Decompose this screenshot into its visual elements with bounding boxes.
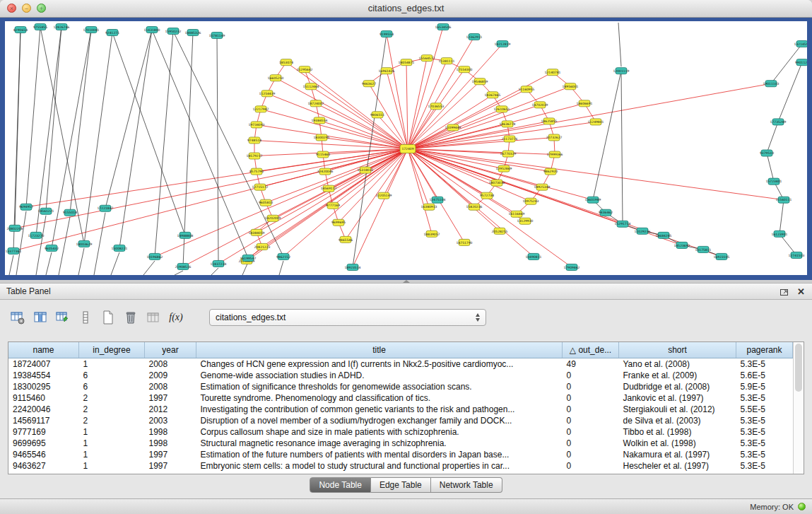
new-document-icon[interactable] [100,310,116,325]
graph-node-label: 17221847 [98,206,114,210]
graph-edge [36,27,61,235]
graph-node-label: 14561221 [38,209,54,213]
graph-edge [94,213,105,275]
graph-edge [621,71,623,224]
graph-node-label: 18003629 [76,243,93,246]
table-row[interactable]: 946554611997Estimation of the future num… [8,449,793,460]
graph-edge [152,30,248,258]
graph-node-label: 10975243 [523,199,539,203]
table-tabs: Node TableEdge TableNetwork Table [0,477,812,493]
function-builder-icon[interactable]: f(x) [168,310,184,325]
graph-node-label: 15112464 [303,85,319,88]
graph-node-label: 17909462 [564,266,580,269]
graph-node-label: 9862152 [276,255,290,259]
float-panel-icon[interactable] [779,287,789,296]
graph-node-label: 9605432 [45,247,59,250]
graph-edge [279,261,283,275]
column-icon[interactable] [78,310,93,325]
graph-edge [111,252,119,275]
dropdown-stepper-icon [476,313,480,322]
table-settings-icon[interactable] [10,310,25,325]
graph-node-label: 16380913 [421,205,437,209]
graph-node-label: 16534506 [435,25,452,29]
graph-node-label: 8575790 [249,170,264,173]
graph-edge [155,31,173,257]
graph-node-label: 18073030 [489,181,505,185]
graph-node-label: 18839057 [424,233,440,236]
graph-node-label: 18054871 [399,61,415,64]
table-row[interactable]: 946362711997Embryonic stem cells: a mode… [8,460,793,472]
column-header-short[interactable]: short [619,342,736,358]
graph-node-label: 9777169 [326,204,340,207]
graph-node-label: 19384554 [312,119,328,122]
column-header-name[interactable]: name [8,342,79,358]
graph-edge [286,62,408,148]
graph-node-label: 18579217 [247,154,263,158]
function-builder-label: f(x) [169,312,182,323]
table-row[interactable]: 1938455462009Genome-wide association stu… [8,370,793,381]
column-header-out-de[interactable]: △ out_de... [563,342,619,358]
graph-node-label: 17999366 [547,153,563,156]
scrollbar-thumb[interactable] [795,344,802,392]
graph-node-label: 9465546 [339,238,353,242]
graph-node-label: 9572738 [480,194,494,197]
graph-edge [105,30,152,209]
graph-node-label: 12001119 [613,69,630,73]
delete-icon[interactable] [123,310,139,325]
close-panel-icon[interactable]: ✕ [797,286,805,297]
graph-edge [78,248,84,275]
graph-node-label: 22420046 [317,170,334,173]
network-window-titlebar[interactable]: × − + citations_edges.txt [0,0,812,18]
column-header-title[interactable]: title [196,342,563,358]
graph-edge [618,23,621,66]
select-columns-icon[interactable] [33,310,48,325]
merge-table-icon[interactable] [146,310,161,325]
tab-edge-table[interactable]: Edge Table [371,477,431,493]
table-row[interactable]: 1830029562008Estimation of significance … [8,381,793,392]
graph-edge [408,149,429,207]
table-selector-dropdown[interactable]: citations_edges.txt [209,309,486,326]
window-title: citations_edges.txt [0,0,812,17]
graph-node-label: 9436462 [599,211,613,214]
graph-edge [339,149,408,223]
graph-node-label: 11837234 [211,262,227,266]
graph-node-label: 15723401 [766,180,782,183]
table-row[interactable]: 977716911998Corpus callosum shape and si… [8,426,793,438]
graph-node-label: 15564577 [419,57,435,60]
column-header-in-degree[interactable]: in_degree [79,342,145,358]
graph-node-label: 22205149 [376,194,392,197]
table-header-row: namein_degreeyeartitle△ out_de...shortpa… [8,342,793,358]
table-row[interactable]: 1872400712008Changes of HCN gene express… [8,358,793,370]
graph-edge [408,27,443,148]
tab-network-table[interactable]: Network Table [431,477,502,493]
graph-node-label: 1853074 [279,61,293,64]
graph-edge [408,149,437,200]
graph-node-label: 15820236 [466,205,483,209]
graph-node-label: 12140781 [545,71,561,74]
table-row[interactable]: 2242004622012Investigating the contribut… [8,404,793,415]
graph-node-label: 17554300 [457,68,473,71]
column-header-pagerank[interactable]: pagerank [736,342,793,358]
network-graph-canvas[interactable]: 1724091853074166052501125443912217987197… [5,21,807,275]
graph-node-label: 11249801 [588,120,604,124]
graph-edge [408,81,480,148]
graph-node-label: 16961426 [379,69,395,73]
tab-node-table[interactable]: Node Table [310,477,371,493]
graph-edge [333,149,408,206]
graph-edge [112,33,185,235]
graph-node-label: 18485326 [185,31,201,35]
graph-node-label: 9806551 [370,113,384,117]
column-header-year[interactable]: year [145,342,196,358]
table-row[interactable]: 911546021997Tourette syndrome. Phenomeno… [8,392,793,404]
status-bar: Memory: OK [0,498,812,514]
table-scrollbar[interactable] [793,342,804,474]
table-row[interactable]: 969969511998Structural magnetic resonanc… [8,438,793,449]
graph-node-label: 21908516 [175,265,192,269]
graph-edge [779,200,784,234]
graph-node-label: 14606691 [577,102,593,105]
graph-edge [13,30,20,251]
graph-edge [408,149,497,183]
graph-edge [16,211,26,275]
table-row[interactable]: 1456911722003Disruption of a novel membe… [8,415,793,426]
import-table-icon[interactable] [55,310,71,325]
